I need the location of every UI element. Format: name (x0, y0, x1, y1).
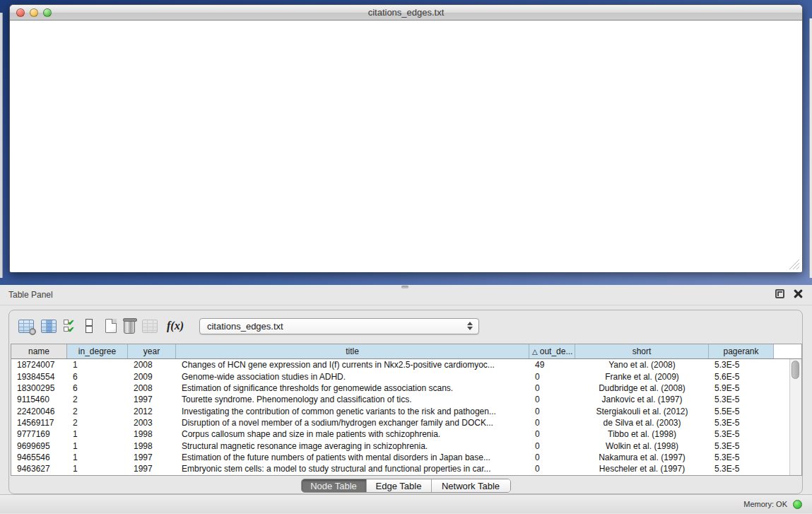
column-header-name[interactable]: name (11, 344, 67, 358)
cell-short: Dudbridge et al. (2008) (575, 383, 709, 393)
cell-in_degree: 1 (67, 452, 128, 462)
cell-title: Structural magnetic resonance image aver… (176, 441, 529, 451)
cell-year: 2012 (128, 407, 176, 416)
table-mode-icon[interactable] (18, 320, 34, 333)
cell-out_degree: 49 (529, 360, 575, 370)
resize-grip-icon[interactable] (788, 258, 801, 271)
cell-year: 2009 (128, 372, 176, 382)
cell-year: 2003 (128, 418, 176, 428)
cell-pagerank: 5.3E-5 (709, 395, 774, 404)
cell-short: Tibbo et al. (1998) (575, 429, 709, 439)
close-panel-icon[interactable] (793, 289, 802, 298)
panel-drag-handle[interactable] (401, 286, 408, 288)
tab-network-table[interactable]: Network Table (432, 479, 510, 492)
cell-in_degree: 2 (67, 395, 128, 404)
combo-value: citations_edges.txt (207, 321, 283, 332)
column-header-title[interactable]: title (176, 344, 529, 358)
cell-pagerank: 5.6E-5 (709, 372, 774, 382)
clear-selection-icon[interactable] (85, 319, 92, 333)
cell-in_degree: 6 (67, 383, 128, 393)
cell-pagerank: 5.5E-5 (709, 407, 774, 416)
cell-title: Embryonic stem cells: a model to study s… (176, 464, 529, 474)
cell-pagerank: 5.3E-5 (709, 464, 774, 474)
cell-in_degree: 1 (67, 464, 128, 474)
cell-title: Corpus callosum shape and size in male p… (176, 429, 529, 439)
cell-year: 1998 (128, 429, 176, 439)
cell-year: 1997 (128, 395, 176, 404)
network-graph[interactable] (10, 21, 802, 272)
cell-pagerank: 5.3E-5 (709, 429, 774, 439)
cell-pagerank: 5.3E-5 (709, 452, 774, 462)
new-column-icon[interactable] (105, 319, 117, 333)
cell-pagerank: 5.3E-5 (709, 441, 774, 451)
cell-title: Changes of HCN gene expression and I(f) … (176, 360, 529, 370)
cell-short: Franke et al. (2009) (575, 372, 709, 382)
table-row[interactable]: 977716911998Corpus callosum shape and si… (11, 428, 789, 440)
table-row[interactable]: 946362711997Embryonic stem cells: a mode… (11, 463, 789, 474)
cell-in_degree: 1 (67, 441, 128, 451)
delete-table-icon (142, 320, 158, 333)
cell-name: 9465546 (11, 452, 67, 462)
cell-out_degree: 0 (529, 372, 575, 382)
panel-title: Table Panel (8, 290, 53, 300)
network-desktop: citations_edges.txt (0, 0, 812, 285)
scrollbar-thumb[interactable] (792, 361, 799, 379)
table-row[interactable]: 1938455462009Genome-wide association stu… (11, 370, 789, 382)
background-window-edge-right (809, 18, 812, 278)
tab-node-table[interactable]: Node Table (302, 479, 367, 492)
table-toolbar: ✔ ✔ f(x) citations_edges.txt (9, 310, 802, 341)
table-panel-body: ✔ ✔ f(x) citations_edges.txt namein_degr… (8, 310, 803, 494)
network-view-window: citations_edges.txt (9, 4, 803, 272)
memory-status-icon (793, 500, 802, 509)
table-row[interactable]: 969969511998Structural magnetic resonanc… (11, 440, 789, 451)
cell-title: Investigating the contribution of common… (176, 407, 529, 416)
cell-name: 18300295 (11, 383, 67, 393)
table-selector-combo[interactable]: citations_edges.txt (199, 318, 479, 334)
table-row[interactable]: 946554611997Estimation of the future num… (11, 452, 789, 463)
table-scrollbar[interactable] (789, 359, 801, 475)
delete-column-icon[interactable] (124, 318, 135, 334)
cell-short: Stergiakouli et al. (2012) (575, 407, 709, 416)
background-window-edge-left (0, 13, 3, 278)
table-panel-header: Table Panel (0, 285, 812, 305)
table-rows: 1872400712008Changes of HCN gene express… (11, 359, 789, 475)
cell-short: Nakamura et al. (1997) (575, 452, 709, 462)
column-header-pagerank[interactable]: pagerank (709, 344, 774, 358)
cell-name: 19384554 (11, 372, 67, 382)
sort-ascending-icon: △ (532, 348, 538, 356)
column-label: pagerank (723, 346, 758, 356)
column-label: in_degree (78, 346, 116, 356)
column-header-out_degree[interactable]: △out_de... (529, 344, 575, 358)
show-columns-icon[interactable] (41, 320, 57, 333)
cell-short: Hescheler et al. (1997) (575, 464, 709, 474)
float-window-icon[interactable] (775, 289, 784, 298)
cell-pagerank: 5.3E-5 (709, 360, 774, 370)
table-row[interactable]: 1872400712008Changes of HCN gene express… (11, 359, 789, 370)
table-header-row: namein_degreeyeartitle△out_de...shortpag… (11, 344, 801, 359)
column-header-in_degree[interactable]: in_degree (67, 344, 128, 358)
function-builder-icon[interactable]: f(x) (167, 320, 184, 332)
cell-name: 9115460 (11, 395, 67, 404)
window-titlebar[interactable]: citations_edges.txt (10, 5, 802, 21)
table-row[interactable]: 2242004622012Investigating the contribut… (11, 405, 789, 416)
table-row[interactable]: 1830029562008Estimation of significance … (11, 382, 789, 394)
column-label: short (632, 346, 652, 356)
network-canvas[interactable] (10, 21, 802, 272)
cell-short: de Silva et al. (2003) (575, 418, 709, 428)
column-header-year[interactable]: year (128, 344, 176, 358)
cell-in_degree: 2 (67, 418, 128, 428)
cell-name: 9777169 (11, 429, 67, 439)
cell-out_degree: 0 (529, 407, 575, 416)
memory-status-label: Memory: OK (743, 500, 787, 508)
table-row[interactable]: 1456911722003Disruption of a novel membe… (11, 417, 789, 428)
column-label: out_de... (540, 346, 573, 356)
table-row[interactable]: 911546021997Tourette syndrome. Phenomeno… (11, 394, 789, 405)
cell-out_degree: 0 (529, 418, 575, 428)
column-header-short[interactable]: short (575, 344, 709, 358)
cell-out_degree: 0 (529, 464, 575, 474)
select-all-icon[interactable]: ✔ ✔ (64, 319, 78, 333)
cell-short: Yano et al. (2008) (575, 360, 709, 370)
tab-edge-table[interactable]: Edge Table (367, 479, 432, 492)
cell-name: 9699695 (11, 441, 67, 451)
cell-short: Wolkin et al. (1998) (575, 441, 709, 451)
